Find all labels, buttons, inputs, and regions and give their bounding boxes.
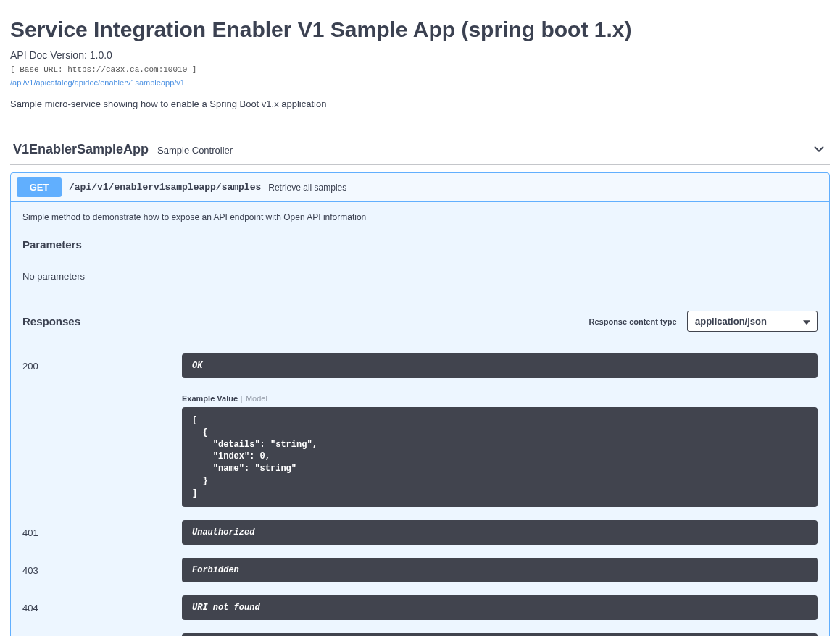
response-message: Forbidden [182, 558, 818, 582]
endpoint-path: /api/v1/enablerv1sampleapp/samples [69, 182, 261, 193]
tab-model[interactable]: Model [246, 394, 267, 403]
response-message: Unauthorized [182, 520, 818, 545]
tag-description: Sample Controller [157, 145, 233, 156]
responses-heading: Responses [22, 315, 80, 327]
tag-name: V1EnablerSampleApp [13, 142, 149, 157]
http-method-badge: GET [17, 177, 62, 197]
response-row: 200OKExample Value|Model[ { "details": "… [22, 353, 818, 507]
response-code: 200 [22, 353, 167, 372]
tag-header[interactable]: V1EnablerSampleApp Sample Controller [10, 138, 830, 165]
example-body: [ { "details": "string", "index": 0, "na… [182, 407, 818, 507]
api-version: API Doc Version: 1.0.0 [10, 49, 830, 61]
operation-block: GET /api/v1/enablerv1sampleapp/samples R… [10, 172, 830, 636]
page-title: Service Integration Enabler V1 Sample Ap… [10, 17, 830, 42]
response-code: 500 [22, 633, 167, 636]
api-description: Sample micro-service showing how to enab… [10, 99, 830, 109]
example-tabs: Example Value|Model [182, 394, 818, 403]
api-doc-link[interactable]: /api/v1/apicatalog/apidoc/enablerv1sampl… [10, 78, 185, 87]
response-message: URI not found [182, 595, 818, 620]
response-row: 500Internal Error [22, 633, 818, 636]
response-row: 401Unauthorized [22, 520, 818, 545]
response-message: OK [182, 353, 818, 378]
content-type-select[interactable]: application/json [687, 311, 818, 332]
response-row: 404URI not found [22, 595, 818, 620]
chevron-down-icon [811, 141, 827, 157]
response-row: 403Forbidden [22, 558, 818, 582]
operation-summary-row[interactable]: GET /api/v1/enablerv1sampleapp/samples R… [11, 173, 829, 202]
parameters-heading: Parameters [22, 238, 818, 251]
response-code: 403 [22, 558, 167, 576]
response-code: 404 [22, 595, 167, 614]
response-message: Internal Error [182, 633, 818, 636]
operation-summary: Retrieve all samples [268, 183, 346, 193]
response-code: 401 [22, 520, 167, 538]
no-parameters-text: No parameters [22, 271, 818, 282]
tab-example-value[interactable]: Example Value [182, 394, 238, 403]
content-type-label: Response content type [589, 317, 677, 326]
base-url: [ Base URL: https://ca3x.ca.com:10010 ] [10, 65, 830, 74]
operation-description: Simple method to demonstrate how to expo… [22, 212, 818, 222]
